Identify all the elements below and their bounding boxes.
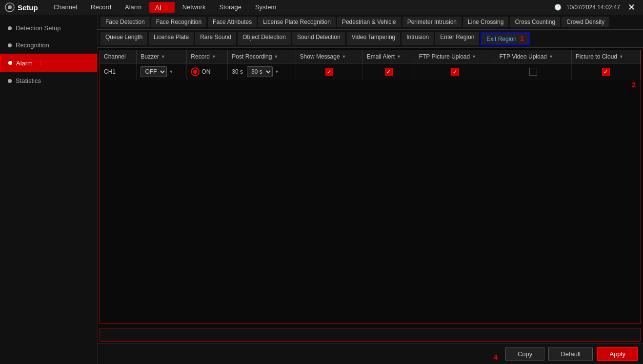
cell-picture-cloud[interactable]: ✓ xyxy=(571,63,640,81)
cell-buzzer: OFF ON ▼ xyxy=(137,63,187,81)
show-msg-arrow-icon: ▼ xyxy=(342,54,346,59)
col-ftp-video[interactable]: FTP Video Upload ▼ xyxy=(495,50,571,63)
post-rec-select[interactable]: 30 s 60 s xyxy=(247,66,273,77)
nav-storage[interactable]: Storage xyxy=(213,2,247,13)
tab-sound-detection[interactable]: Sound Detection xyxy=(292,32,345,45)
ftp-picture-checkbox[interactable]: ✓ xyxy=(451,68,459,76)
record-arrow-icon: ▼ xyxy=(212,54,216,59)
col-picture-cloud[interactable]: Picture to Cloud ▼ xyxy=(571,50,640,63)
annotation-4: 4 xyxy=(494,353,498,361)
tab-face-detection[interactable]: Face Detection xyxy=(100,17,150,27)
nav-system[interactable]: System xyxy=(249,2,282,13)
bottom-input-bar[interactable] xyxy=(100,328,641,342)
record-toggle-circle[interactable] xyxy=(191,67,200,76)
sidebar-alarm-badge: 1 xyxy=(39,59,42,67)
show-message-checkbox[interactable]: ✓ xyxy=(325,68,333,76)
tab-enter-region[interactable]: Enter Region xyxy=(435,32,479,45)
ai-tabs-row1: Face Detection Face Recognition Face Att… xyxy=(98,15,643,30)
sidebar: Detection Setup Recognition Alarm 1 Stat… xyxy=(0,15,98,364)
cell-ftp-video[interactable] xyxy=(495,63,571,81)
buzzer-select[interactable]: OFF ON xyxy=(141,66,167,77)
ftp-video-checkbox[interactable] xyxy=(529,68,537,76)
alarm-table: Channel Buzzer ▼ Record xyxy=(100,50,641,80)
tab-crowd-density[interactable]: Crowd Density xyxy=(562,17,609,27)
sidebar-dot xyxy=(8,43,12,47)
ftp-video-arrow-icon: ▼ xyxy=(549,54,553,59)
nav-channel[interactable]: Channel xyxy=(48,2,83,13)
app-title: Setup xyxy=(18,3,38,12)
sidebar-item-recognition[interactable]: Recognition xyxy=(0,37,97,54)
cell-channel: CH1 xyxy=(100,63,137,81)
close-button[interactable]: ✕ xyxy=(625,2,638,13)
apply-button[interactable]: Apply xyxy=(597,347,638,361)
tab-face-recognition[interactable]: Face Recognition xyxy=(151,17,206,27)
top-bar-right: 🕐 10/07/2024 14:02:47 ✕ xyxy=(554,2,638,13)
nav-alarm[interactable]: Alarm xyxy=(119,2,147,13)
sidebar-item-detection-setup[interactable]: Detection Setup xyxy=(0,20,97,37)
post-rec-arrow-icon: ▼ xyxy=(274,54,278,59)
nav-record[interactable]: Record xyxy=(85,2,117,13)
tab-video-tampering[interactable]: Video Tampering xyxy=(347,32,401,45)
tab-pedestrian-vehicle[interactable]: Pedestrian & Vehicle xyxy=(337,17,401,27)
annotation-2: 2 xyxy=(100,80,641,89)
clock-icon: 🕐 xyxy=(554,4,562,11)
nav-network[interactable]: Network xyxy=(177,2,212,13)
sidebar-dot xyxy=(8,26,12,30)
tab-face-attributes[interactable]: Face Attributes xyxy=(208,17,257,27)
post-rec-arrow: ▼ xyxy=(275,69,279,74)
col-ftp-picture[interactable]: FTP Picture Upload ▼ xyxy=(415,50,495,63)
col-show-message[interactable]: Show Message ▼ xyxy=(296,50,362,63)
tab-cross-counting[interactable]: Cross Counting xyxy=(510,17,560,27)
table-row: CH1 OFF ON ▼ xyxy=(100,63,641,81)
tab-license-plate-recognition[interactable]: License Plate Recognition xyxy=(258,17,336,27)
post-rec-value: 30 s xyxy=(232,68,243,75)
data-table-container: Channel Buzzer ▼ Record xyxy=(100,50,641,324)
sidebar-item-statistics[interactable]: Statistics xyxy=(0,72,97,89)
col-record[interactable]: Record ▼ xyxy=(187,50,228,63)
ai-tabs-row2: Queue Length License Plate Rare Sound Ob… xyxy=(98,30,643,48)
default-button[interactable]: Default xyxy=(548,347,593,361)
tab-exit-region-badge: 1 xyxy=(520,35,524,42)
cell-record: ON xyxy=(187,63,228,81)
copy-button[interactable]: Copy xyxy=(505,347,544,361)
datetime-display: 10/07/2024 14:02:47 xyxy=(566,4,620,11)
cell-show-message[interactable]: ✓ xyxy=(296,63,362,81)
check-icon: ✓ xyxy=(327,69,331,75)
sidebar-label-detection-setup: Detection Setup xyxy=(16,24,61,32)
tab-intrusion[interactable]: Intrusion xyxy=(402,32,434,45)
alarm-sub-area: Channel Buzzer ▼ Record xyxy=(98,48,643,364)
cell-post-recording: 30 s 30 s 60 s ▼ xyxy=(228,63,296,81)
check-icon: ✓ xyxy=(603,69,608,75)
tab-rare-sound[interactable]: Rare Sound xyxy=(195,32,236,45)
tab-perimeter-intrusion[interactable]: Perimeter Intrusion xyxy=(402,17,462,27)
picture-cloud-arrow-icon: ▼ xyxy=(619,54,623,59)
tab-queue-length[interactable]: Queue Length xyxy=(100,32,147,45)
picture-cloud-checkbox[interactable]: ✓ xyxy=(602,68,610,76)
tab-exit-region[interactable]: Exit Region 1 xyxy=(481,32,530,45)
cell-email-alert[interactable]: ✓ xyxy=(362,63,415,81)
top-bar: Setup Channel Record Alarm AI 1 Network … xyxy=(0,0,643,15)
top-nav: Channel Record Alarm AI 1 Network Storag… xyxy=(48,2,544,13)
cell-ftp-picture[interactable]: ✓ xyxy=(415,63,495,81)
col-buzzer[interactable]: Buzzer ▼ xyxy=(137,50,187,63)
svg-point-1 xyxy=(8,5,12,9)
sidebar-item-alarm[interactable]: Alarm 1 xyxy=(0,54,97,72)
content-area: Face Detection Face Recognition Face Att… xyxy=(98,15,643,364)
email-alert-arrow-icon: ▼ xyxy=(397,54,401,59)
bottom-area xyxy=(98,326,643,344)
footer-bar: 4 Copy Default Apply xyxy=(98,344,643,364)
buzzer-arrow-icon: ▼ xyxy=(161,54,165,59)
nav-ai-badge: 1 xyxy=(165,3,169,11)
main-layout: Detection Setup Recognition Alarm 1 Stat… xyxy=(0,15,643,364)
tab-license-plate[interactable]: License Plate xyxy=(149,32,194,45)
buzzer-select-arrow: ▼ xyxy=(169,69,173,74)
tab-object-detection[interactable]: Object Detection xyxy=(238,32,291,45)
nav-ai[interactable]: AI 1 xyxy=(149,2,175,13)
col-post-recording[interactable]: Post Recording ▼ xyxy=(228,50,296,63)
tab-line-crossing[interactable]: Line Crossing xyxy=(463,17,508,27)
sidebar-label-statistics: Statistics xyxy=(16,77,41,84)
sidebar-dot-alarm xyxy=(8,61,12,65)
col-email-alert[interactable]: Email Alert ▼ xyxy=(362,50,415,63)
email-alert-checkbox[interactable]: ✓ xyxy=(385,68,393,76)
record-on-label: ON xyxy=(201,68,210,75)
